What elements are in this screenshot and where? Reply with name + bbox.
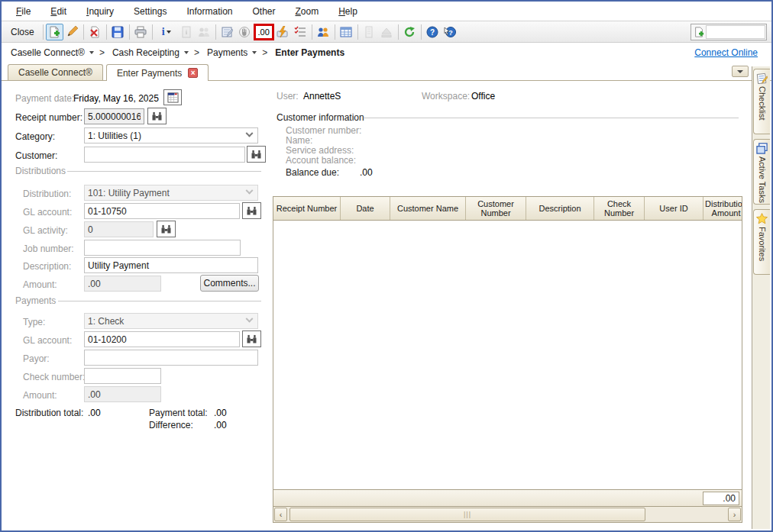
grid-header: Receipt Number Date Customer Name Custom… bbox=[273, 197, 742, 221]
breadcrumb-enter-payments: Enter Payments bbox=[273, 46, 346, 60]
payment-amount-input bbox=[84, 386, 161, 402]
customer-search-button[interactable] bbox=[247, 146, 266, 163]
binoculars-icon bbox=[151, 111, 163, 121]
quick-entry-button[interactable] bbox=[274, 24, 292, 40]
amount-00-button[interactable]: .00 bbox=[254, 24, 274, 40]
delete-button[interactable] bbox=[86, 24, 104, 40]
difference-label: Difference: bbox=[149, 418, 193, 433]
category-dropdown[interactable]: 1: Utilities (1) bbox=[84, 127, 258, 143]
verify-list-button[interactable] bbox=[292, 24, 309, 40]
breadcrumb-payments[interactable]: Payments bbox=[205, 46, 249, 60]
help-cursor-icon: ? bbox=[444, 26, 456, 38]
user-label: User: bbox=[277, 89, 299, 104]
customer-input[interactable] bbox=[84, 147, 245, 163]
information-button[interactable]: i bbox=[155, 24, 178, 40]
info-icon: i bbox=[162, 26, 165, 38]
close-button[interactable]: Close bbox=[5, 24, 40, 40]
notes-button[interactable] bbox=[218, 24, 236, 40]
customer-label: Customer: bbox=[15, 148, 57, 163]
side-tab-checklist[interactable]: Checklist bbox=[753, 69, 770, 134]
quick-search-input[interactable] bbox=[706, 25, 765, 39]
edit-button[interactable] bbox=[63, 24, 81, 40]
col-receipt-number[interactable]: Receipt Number bbox=[273, 197, 341, 220]
col-check-number[interactable]: Check Number bbox=[594, 197, 645, 220]
receipt-search-button[interactable] bbox=[147, 108, 167, 124]
payment-date-value: Friday, May 16, 2025 bbox=[73, 91, 159, 106]
refresh-button[interactable] bbox=[401, 24, 419, 40]
connect-online-link[interactable]: Connect Online bbox=[694, 47, 758, 58]
menu-file[interactable]: File bbox=[6, 3, 40, 20]
payor-input[interactable] bbox=[84, 350, 258, 366]
gl-activity-search-button[interactable] bbox=[157, 221, 176, 237]
grid-horizontal-scrollbar[interactable]: ‹ ||| › bbox=[273, 506, 742, 522]
tab-list-dropdown-button[interactable] bbox=[732, 66, 749, 77]
scroll-right-icon[interactable]: › bbox=[728, 508, 741, 521]
col-customer-number[interactable]: Customer Number bbox=[466, 197, 526, 220]
tab-caselle-connect[interactable]: Caselle Connect® bbox=[8, 64, 103, 80]
menu-edit[interactable]: Edit bbox=[40, 3, 76, 20]
breadcrumb-cash-receipting[interactable]: Cash Receipting bbox=[111, 46, 181, 60]
users-button[interactable] bbox=[315, 24, 332, 40]
toolbar-separator bbox=[43, 24, 44, 40]
side-tab-active-tasks[interactable]: Active Tasks bbox=[753, 139, 770, 205]
help-button[interactable]: ? bbox=[424, 24, 441, 40]
col-user-id[interactable]: User ID bbox=[645, 197, 703, 220]
table-icon bbox=[340, 26, 352, 38]
breadcrumb-caselle-connect[interactable]: Caselle Connect® bbox=[9, 46, 86, 60]
distributions-group-title: Distributions bbox=[15, 166, 66, 176]
pencil-icon bbox=[66, 26, 78, 38]
lightning-icon bbox=[277, 26, 289, 38]
save-button[interactable] bbox=[109, 24, 127, 40]
col-customer-name[interactable]: Customer Name bbox=[390, 197, 466, 220]
side-tab-favorites[interactable]: Favorites bbox=[753, 209, 770, 275]
menu-inquiry[interactable]: Inquiry bbox=[76, 3, 124, 20]
gl-account-input[interactable] bbox=[84, 203, 240, 219]
job-number-input[interactable] bbox=[84, 240, 241, 256]
menu-other[interactable]: Other bbox=[242, 3, 285, 20]
eject-icon bbox=[380, 26, 393, 38]
document-view-button bbox=[361, 24, 378, 40]
tab-enter-payments[interactable]: Enter Payments × bbox=[106, 64, 209, 81]
comments-button[interactable]: Comments... bbox=[200, 275, 259, 292]
tab-bar: Caselle Connect® Enter Payments × bbox=[2, 63, 771, 81]
check-number-input[interactable] bbox=[84, 368, 161, 384]
printer-icon bbox=[134, 26, 147, 38]
app-window: File Edit Inquiry Settings Information O… bbox=[0, 0, 773, 532]
chevron-down-icon bbox=[737, 70, 743, 73]
new-record-button[interactable] bbox=[46, 24, 63, 40]
scrollbar-thumb[interactable]: ||| bbox=[289, 508, 645, 521]
enter-payments-panel: Payment date: Friday, May 16, 2025 Recei… bbox=[3, 82, 752, 529]
description-input[interactable] bbox=[84, 257, 258, 273]
chevron-down-icon bbox=[246, 130, 254, 137]
receipt-number-input[interactable] bbox=[84, 108, 144, 124]
difference-value: .00 bbox=[214, 418, 227, 433]
gl-account-search-button[interactable] bbox=[242, 202, 261, 219]
close-tab-icon[interactable]: × bbox=[188, 68, 198, 78]
menu-settings[interactable]: Settings bbox=[124, 3, 176, 20]
menu-information[interactable]: Information bbox=[176, 3, 242, 20]
menu-zoom[interactable]: Zoom bbox=[286, 3, 329, 20]
job-number-label: Job number: bbox=[23, 241, 74, 256]
scroll-left-icon[interactable]: ‹ bbox=[274, 508, 287, 521]
payment-gl-search-button[interactable] bbox=[242, 330, 261, 347]
grid-view-button[interactable] bbox=[338, 24, 355, 40]
calendar-icon bbox=[167, 92, 179, 103]
help-icon: ? bbox=[426, 26, 438, 38]
print-button[interactable] bbox=[132, 24, 150, 40]
side-tab-strip: Checklist Active Tasks Favorites bbox=[752, 66, 770, 529]
payment-gl-account-input[interactable] bbox=[84, 331, 240, 347]
menu-help[interactable]: Help bbox=[328, 3, 367, 20]
gl-account-label: GL account: bbox=[23, 205, 72, 220]
col-distribution-amount[interactable]: Distribution Amount bbox=[703, 197, 742, 220]
calendar-button[interactable] bbox=[163, 89, 182, 105]
type-label: Type: bbox=[23, 314, 45, 330]
context-help-button[interactable]: ? bbox=[441, 24, 459, 40]
col-description[interactable]: Description bbox=[526, 197, 594, 220]
breadcrumb-dropdown-icon[interactable] bbox=[252, 51, 257, 54]
hold-button[interactable] bbox=[236, 24, 254, 40]
breadcrumb-dropdown-icon[interactable] bbox=[184, 51, 189, 54]
favorites-star-icon bbox=[756, 213, 768, 224]
breadcrumb-dropdown-icon[interactable] bbox=[89, 51, 94, 54]
col-date[interactable]: Date bbox=[341, 197, 390, 220]
balance-due-label: Balance due: bbox=[286, 167, 339, 178]
